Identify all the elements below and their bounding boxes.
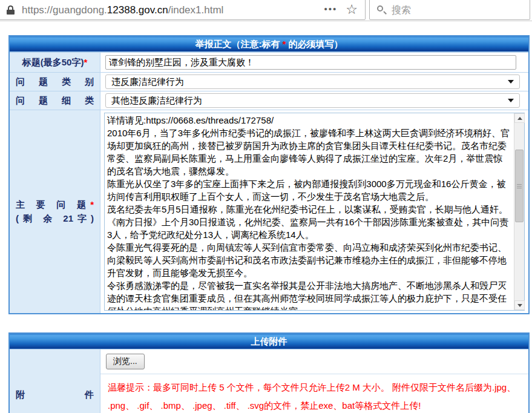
scroll-up-icon[interactable] [514, 113, 525, 123]
search-bar[interactable] [369, 0, 530, 20]
chevron-down-icon [508, 99, 514, 102]
category-label-text: 问 题 类 别 [16, 76, 94, 88]
main-problem-cell: 详情请见:https://0668.es/threads/172758/ 201… [100, 110, 528, 313]
url-path: /index1.html [168, 4, 224, 16]
address-bar[interactable]: https://guangdong.12388.gov.cn/index1.ht… [0, 0, 366, 20]
upload-tip-text: 温馨提示：最多可同时上传 5 个文件，每个文件只允许上传2 M 大小。 附件仅限… [100, 374, 528, 413]
file-input-row: 浏览... [100, 349, 528, 374]
category-select[interactable]: 违反廉洁纪律行为 [105, 74, 520, 89]
attachment-row: 附 件 浏览... 温馨提示：最多可同时上传 5 个文件，每个文件只允许上传2 … [10, 349, 528, 413]
textarea-scrollbar[interactable] [514, 113, 524, 310]
category-cell: 违反廉洁纪律行为 [100, 73, 528, 91]
subcategory-label-text: 问 题 细 类 [16, 95, 94, 107]
subcategory-cell: 其他违反廉洁纪律行为 [100, 91, 528, 110]
title-row: 标题(最多50字)* [10, 52, 528, 72]
main-required-asterisk: * [90, 199, 94, 210]
title-required-asterisk: * [84, 57, 87, 67]
subcategory-row: 问 题 细 类 其他违反廉洁纪律行为 [10, 91, 528, 110]
attachment-label: 附 件 [10, 349, 100, 413]
browse-button[interactable]: 浏览... [106, 354, 145, 369]
category-label: 问 题 类 别 [10, 73, 100, 91]
scroll-down-icon[interactable] [514, 300, 525, 310]
main-problem-textarea-frame: 详情请见:https://0668.es/threads/172758/ 201… [104, 113, 525, 311]
main-problem-label-line1: 主 要 问 题 [16, 199, 90, 210]
subcategory-select-value: 其他违反廉洁纪律行为 [111, 95, 202, 107]
scrollbar-thumb[interactable] [515, 150, 524, 222]
report-panel-header: 举报正文（注意:标有 * 的必须填写） [10, 36, 528, 52]
main-problem-row: 主 要 问 题* (剩 余 21字) 详情请见:https://0668.es/… [10, 110, 528, 313]
browser-toolbar: https://guangdong.12388.gov.cn/index1.ht… [0, 0, 532, 21]
search-input[interactable] [392, 5, 525, 16]
url-prefix: https://guangdong. [22, 4, 107, 16]
title-cell [100, 53, 528, 72]
main-problem-label-line2: (剩 余 21字) [16, 213, 94, 225]
upload-panel-header: 上传附件 [10, 334, 528, 349]
report-form-panel: 举报正文（注意:标有 * 的必须填写） 标题(最多50字)* 问 题 类 别 违… [8, 35, 530, 314]
report-header-text-2: 的必须填写） [286, 39, 343, 49]
report-header-text: 举报正文（注意:标有 [195, 39, 282, 49]
lock-icon [7, 5, 15, 15]
page-actions-icon[interactable]: ••• [324, 4, 338, 16]
title-label: 标题(最多50字)* [10, 53, 100, 72]
attachment-cell: 浏览... 温馨提示：最多可同时上传 5 个文件，每个文件只允许上传2 M 大小… [100, 349, 528, 413]
toolbar-divider [0, 21, 532, 21]
upload-panel: 上传附件 附 件 浏览... 温馨提示：最多可同时上传 5 个文件，每个文件只允… [8, 332, 530, 413]
category-row: 问 题 类 别 违反廉洁纪律行为 [10, 72, 528, 91]
title-input[interactable] [105, 55, 516, 70]
main-problem-textarea[interactable]: 详情请见:https://0668.es/threads/172758/ 201… [105, 113, 514, 310]
chevron-down-icon [508, 80, 514, 84]
bookmark-star-icon[interactable]: ☆ [346, 3, 358, 18]
search-icon [377, 5, 387, 15]
category-select-value: 违反廉洁纪律行为 [111, 76, 184, 88]
title-label-text: 标题(最多50字) [22, 57, 84, 67]
url-domain: 12388.gov.cn [107, 4, 168, 16]
subcategory-select[interactable]: 其他违反廉洁纪律行为 [105, 93, 520, 108]
attachment-label-text: 附 件 [16, 389, 94, 401]
page: https://guangdong.12388.gov.cn/index1.ht… [0, 0, 532, 413]
main-problem-label: 主 要 问 题* (剩 余 21字) [10, 110, 100, 313]
subcategory-label: 问 题 细 类 [10, 91, 100, 110]
url-text: https://guangdong.12388.gov.cn/index1.ht… [22, 4, 320, 16]
